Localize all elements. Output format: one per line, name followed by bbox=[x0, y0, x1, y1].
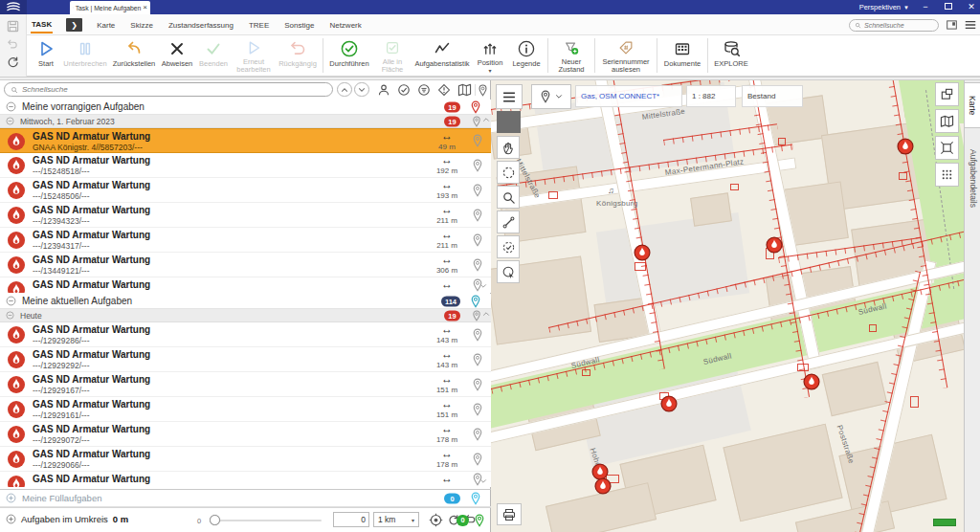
task-row[interactable]: GAS ND Armatur Wartung ---/12929292/--- … bbox=[0, 347, 491, 372]
task-row[interactable]: GAS ND Armatur Wartung ---/12929066/--- … bbox=[0, 447, 491, 472]
gas-task-map-marker[interactable] bbox=[594, 477, 612, 495]
filter-icon[interactable] bbox=[417, 83, 431, 97]
map-view[interactable]: MittelstraßeMittelstraßeMax-Petermann-Pl… bbox=[491, 80, 964, 532]
gas-task-map-marker[interactable] bbox=[634, 244, 651, 261]
locate-pin-icon[interactable] bbox=[472, 353, 483, 366]
section-meine-fuellaufgaben[interactable]: Meine Füllaufgaben 0 bbox=[0, 489, 491, 507]
durchfuehren-button[interactable]: Durchführen bbox=[326, 37, 372, 74]
locate-pin-icon[interactable] bbox=[472, 328, 483, 342]
scroll-down-icon[interactable] bbox=[479, 478, 487, 484]
task-row[interactable]: GAS ND Armatur Wartung bbox=[0, 472, 491, 487]
close-button[interactable]: ✕ bbox=[965, 0, 978, 14]
task-row[interactable]: GAS ND Armatur Wartung ---/12394323/--- … bbox=[0, 203, 491, 228]
search-next-button[interactable] bbox=[354, 82, 369, 97]
menu-tab-sonstige[interactable]: Sonstige bbox=[283, 17, 315, 33]
zurueckstellen-button[interactable]: Zurückstellen bbox=[109, 37, 159, 74]
refresh-icon[interactable] bbox=[6, 55, 20, 69]
pan-extent-button[interactable] bbox=[935, 136, 959, 160]
pan-hand-tool[interactable] bbox=[497, 136, 520, 159]
expand-icon[interactable] bbox=[6, 514, 16, 524]
section-pin-icon[interactable] bbox=[470, 295, 481, 308]
explore-button[interactable]: EXPLORE bbox=[711, 37, 751, 74]
task-row[interactable]: GAS ND Armatur Wartung ---/12929161/--- … bbox=[0, 397, 491, 422]
neuer-zustand-button[interactable]: Neuer Zustand bbox=[551, 37, 591, 74]
gas-task-map-marker[interactable] bbox=[660, 395, 678, 412]
locate-pin-icon[interactable] bbox=[472, 378, 483, 391]
locate-pin-icon[interactable] bbox=[472, 184, 483, 197]
collapse-icon[interactable] bbox=[6, 296, 16, 306]
window-layout-icon[interactable] bbox=[947, 20, 957, 30]
menu-icon[interactable] bbox=[965, 20, 976, 30]
gas-task-map-marker[interactable] bbox=[803, 373, 820, 390]
position-button[interactable]: Position ▾ bbox=[472, 37, 508, 74]
group-heute[interactable]: Heute 19 bbox=[0, 309, 491, 322]
collapse-icon[interactable] bbox=[6, 117, 14, 125]
map-sheet-button[interactable] bbox=[935, 109, 959, 133]
menu-tab-tree[interactable]: TREE bbox=[248, 17, 270, 33]
ribbon-search-input[interactable] bbox=[864, 22, 931, 29]
slider-thumb[interactable] bbox=[210, 515, 220, 525]
aufgabenstatistik-button[interactable]: Aufgabenstatistik bbox=[412, 37, 472, 74]
save-icon[interactable] bbox=[6, 19, 20, 33]
group-pin-icon[interactable] bbox=[472, 310, 481, 321]
section-aufgaben-im-umkreis[interactable]: Aufgaben im Umkreis 0 m 0 1 km▾ 0 bbox=[0, 507, 491, 532]
map-layer-field[interactable]: Gas, OSM CONNECT* bbox=[575, 85, 682, 107]
menu-tab-zustandserfassung[interactable]: Zustandserfassung bbox=[167, 17, 234, 33]
locate-pin-icon[interactable] bbox=[472, 258, 483, 272]
abweisen-button[interactable]: Abweisen bbox=[159, 37, 195, 74]
perspectives-menu[interactable]: Perspektiven▼ bbox=[859, 3, 909, 11]
menu-tab-netzwerk[interactable]: Netzwerk bbox=[328, 17, 362, 33]
document-tab[interactable]: Task | Meine Aufgaben × bbox=[70, 1, 150, 14]
locate-pin-icon[interactable] bbox=[472, 134, 483, 147]
scroll-down-icon[interactable] bbox=[479, 283, 487, 289]
map-mode-field[interactable]: Bestand bbox=[742, 85, 803, 107]
gas-task-map-marker[interactable] bbox=[766, 236, 783, 254]
map-scale-field[interactable]: 1 : 882 bbox=[686, 85, 736, 107]
active-tool-indicator[interactable] bbox=[497, 111, 521, 133]
lasso-select-tool[interactable] bbox=[497, 161, 520, 184]
section-pin-icon[interactable] bbox=[470, 100, 481, 114]
task-row[interactable]: GAS ND Armatur Wartung ---/15248506/--- … bbox=[0, 178, 491, 203]
task-row[interactable]: GAS ND Armatur Wartung ---/12929167/--- … bbox=[0, 372, 491, 397]
assignee-filter-icon[interactable] bbox=[377, 83, 390, 97]
tab-aufgabendetails[interactable]: Aufgabendetails bbox=[965, 134, 980, 222]
menu-tab-skizze[interactable]: Skizze bbox=[129, 17, 154, 33]
task-row[interactable]: GAS ND Armatur Wartung ---/12929286/--- … bbox=[0, 322, 491, 347]
task-row[interactable]: GAS ND Armatur Wartung GNAA Königstr. 4/… bbox=[0, 128, 491, 153]
locate-all-pin-icon[interactable] bbox=[478, 84, 488, 97]
collapse-icon[interactable] bbox=[6, 101, 16, 112]
map-pin-dropdown[interactable] bbox=[531, 84, 571, 109]
minimize-button[interactable]: − bbox=[919, 0, 932, 14]
undo-icon[interactable] bbox=[6, 37, 19, 51]
measure-tool[interactable] bbox=[497, 211, 520, 233]
start-button[interactable]: Start bbox=[31, 37, 61, 74]
section-pin-icon[interactable] bbox=[470, 492, 481, 505]
target-icon[interactable] bbox=[429, 513, 443, 527]
locate-pin-icon[interactable] bbox=[472, 453, 483, 466]
task-row[interactable]: GAS ND Armatur Wartung ---/12929072/--- … bbox=[0, 422, 491, 447]
legende-button[interactable]: Legende bbox=[508, 37, 545, 74]
gas-task-map-marker[interactable] bbox=[897, 138, 914, 155]
task-row[interactable]: GAS ND Armatur Wartung ---/12394317/--- … bbox=[0, 228, 491, 253]
tab-karte[interactable]: Karte bbox=[965, 82, 980, 128]
seriennummer-auslesen-button[interactable]: Seriennummer auslesen bbox=[598, 37, 654, 74]
radius-input[interactable] bbox=[333, 512, 369, 527]
locate-pin-icon[interactable] bbox=[472, 209, 483, 222]
restore-button[interactable] bbox=[942, 0, 955, 14]
locate-pin-icon[interactable] bbox=[472, 428, 483, 441]
status-filter-icon[interactable] bbox=[397, 83, 411, 97]
locate-pin-icon[interactable] bbox=[472, 403, 483, 416]
locate-pin-icon[interactable] bbox=[472, 233, 483, 247]
expand-icon[interactable] bbox=[6, 493, 16, 503]
priority-filter-icon[interactable] bbox=[437, 83, 451, 97]
task-row[interactable]: GAS ND Armatur Wartung ---/15248518/--- … bbox=[0, 153, 491, 178]
poi-grid-button[interactable] bbox=[935, 163, 959, 187]
task-search-input[interactable] bbox=[22, 85, 326, 94]
group-pin-icon[interactable] bbox=[472, 116, 481, 127]
zoom-tool[interactable] bbox=[497, 186, 520, 209]
map-icon[interactable] bbox=[457, 83, 472, 97]
section-meine-aktuellen-aufgaben[interactable]: Meine aktuellen Aufgaben 114 bbox=[0, 294, 491, 309]
section-pin-icon[interactable] bbox=[474, 514, 485, 527]
menu-tab-task[interactable]: TASK bbox=[31, 16, 53, 33]
radius-unit-select[interactable]: 1 km▾ bbox=[373, 512, 419, 527]
